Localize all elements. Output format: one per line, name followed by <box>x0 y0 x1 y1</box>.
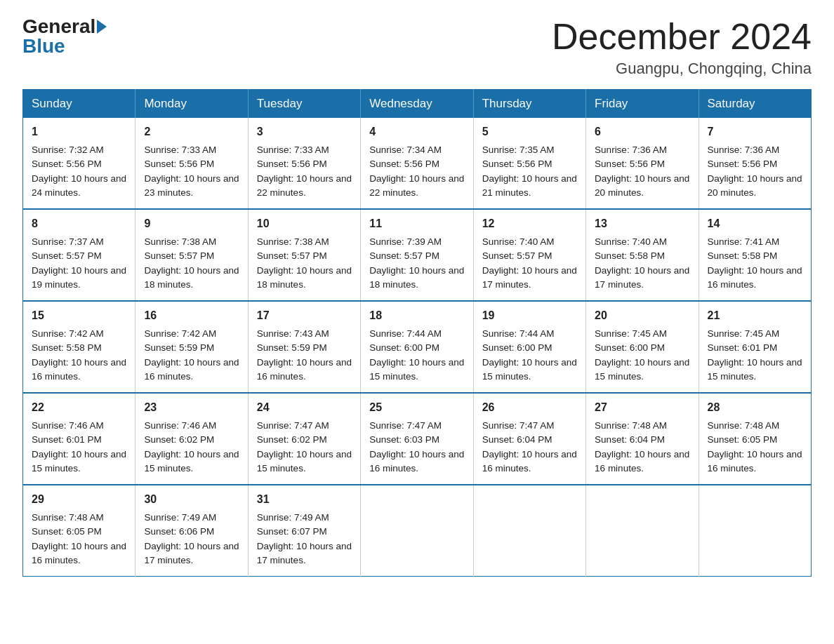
day-number: 6 <box>595 123 689 140</box>
calendar-cell: 6Sunrise: 7:36 AMSunset: 5:56 PMDaylight… <box>586 118 699 209</box>
sunset-text: Sunset: 6:00 PM <box>369 342 439 353</box>
weekday-header-monday: Monday <box>135 90 248 119</box>
daylight-text: Daylight: 10 hours and 22 minutes. <box>257 173 352 198</box>
sunrise-text: Sunrise: 7:38 AM <box>257 236 329 247</box>
day-number: 10 <box>257 215 352 232</box>
daylight-text: Daylight: 10 hours and 16 minutes. <box>32 541 126 565</box>
calendar-cell: 30Sunrise: 7:49 AMSunset: 6:06 PMDayligh… <box>135 485 248 577</box>
calendar-cell: 26Sunrise: 7:47 AMSunset: 6:04 PMDayligh… <box>473 393 585 485</box>
month-year-title: December 2024 <box>552 17 812 57</box>
calendar-week-row: 1Sunrise: 7:32 AMSunset: 5:56 PMDaylight… <box>23 118 812 209</box>
daylight-text: Daylight: 10 hours and 17 minutes. <box>257 541 352 565</box>
calendar-cell: 1Sunrise: 7:32 AMSunset: 5:56 PMDaylight… <box>23 118 135 209</box>
calendar-cell: 8Sunrise: 7:37 AMSunset: 5:57 PMDaylight… <box>23 209 135 301</box>
day-number: 2 <box>144 123 239 140</box>
sunset-text: Sunset: 6:04 PM <box>595 434 665 445</box>
daylight-text: Daylight: 10 hours and 16 minutes. <box>144 357 239 382</box>
daylight-text: Daylight: 10 hours and 16 minutes. <box>32 357 126 382</box>
day-number: 31 <box>257 491 352 508</box>
weekday-header-saturday: Saturday <box>699 90 811 119</box>
sunrise-text: Sunrise: 7:49 AM <box>257 512 329 523</box>
calendar-cell: 17Sunrise: 7:43 AMSunset: 5:59 PMDayligh… <box>248 301 360 393</box>
location-subtitle: Guangpu, Chongqing, China <box>552 60 812 78</box>
sunset-text: Sunset: 6:05 PM <box>708 434 778 445</box>
sunset-text: Sunset: 6:00 PM <box>595 342 665 353</box>
sunset-text: Sunset: 5:59 PM <box>257 342 327 353</box>
calendar-cell <box>473 485 585 577</box>
day-number: 12 <box>482 215 577 232</box>
daylight-text: Daylight: 10 hours and 22 minutes. <box>369 173 464 198</box>
sunrise-text: Sunrise: 7:45 AM <box>595 328 667 339</box>
daylight-text: Daylight: 10 hours and 21 minutes. <box>482 173 577 198</box>
day-number: 16 <box>144 307 239 324</box>
daylight-text: Daylight: 10 hours and 23 minutes. <box>144 173 239 198</box>
sunrise-text: Sunrise: 7:45 AM <box>708 328 780 339</box>
day-number: 8 <box>32 215 126 232</box>
sunrise-text: Sunrise: 7:42 AM <box>32 328 104 339</box>
sunset-text: Sunset: 5:58 PM <box>32 342 102 353</box>
daylight-text: Daylight: 10 hours and 16 minutes. <box>482 449 577 474</box>
daylight-text: Daylight: 10 hours and 15 minutes. <box>144 449 239 474</box>
calendar-cell: 4Sunrise: 7:34 AMSunset: 5:56 PMDaylight… <box>361 118 473 209</box>
day-number: 28 <box>708 399 802 416</box>
calendar-cell: 7Sunrise: 7:36 AMSunset: 5:56 PMDaylight… <box>699 118 811 209</box>
sunrise-text: Sunrise: 7:48 AM <box>32 512 104 523</box>
calendar-cell: 2Sunrise: 7:33 AMSunset: 5:56 PMDaylight… <box>135 118 248 209</box>
sunrise-text: Sunrise: 7:48 AM <box>708 420 780 431</box>
daylight-text: Daylight: 10 hours and 16 minutes. <box>708 265 802 290</box>
sunset-text: Sunset: 6:07 PM <box>257 526 327 537</box>
sunset-text: Sunset: 6:05 PM <box>32 526 102 537</box>
sunrise-text: Sunrise: 7:47 AM <box>369 420 442 431</box>
calendar-cell: 23Sunrise: 7:46 AMSunset: 6:02 PMDayligh… <box>135 393 248 485</box>
sunset-text: Sunset: 5:57 PM <box>369 250 439 261</box>
calendar-cell: 14Sunrise: 7:41 AMSunset: 5:58 PMDayligh… <box>699 209 811 301</box>
sunset-text: Sunset: 5:56 PM <box>482 159 552 169</box>
calendar-cell: 12Sunrise: 7:40 AMSunset: 5:57 PMDayligh… <box>473 209 585 301</box>
sunset-text: Sunset: 5:57 PM <box>482 250 552 261</box>
day-number: 9 <box>144 215 239 232</box>
sunset-text: Sunset: 6:01 PM <box>32 434 102 445</box>
sunrise-text: Sunrise: 7:32 AM <box>32 145 104 155</box>
calendar-cell: 9Sunrise: 7:38 AMSunset: 5:57 PMDaylight… <box>135 209 248 301</box>
sunrise-text: Sunrise: 7:44 AM <box>482 328 555 339</box>
calendar-cell: 28Sunrise: 7:48 AMSunset: 6:05 PMDayligh… <box>699 393 811 485</box>
sunset-text: Sunset: 5:58 PM <box>708 250 778 261</box>
day-number: 21 <box>708 307 802 324</box>
day-number: 23 <box>144 399 239 416</box>
title-block: December 2024 Guangpu, Chongqing, China <box>552 17 812 78</box>
sunrise-text: Sunrise: 7:37 AM <box>32 236 104 247</box>
sunrise-text: Sunrise: 7:38 AM <box>144 236 216 247</box>
day-number: 26 <box>482 399 577 416</box>
calendar-cell: 21Sunrise: 7:45 AMSunset: 6:01 PMDayligh… <box>699 301 811 393</box>
day-number: 25 <box>369 399 464 416</box>
calendar-week-row: 29Sunrise: 7:48 AMSunset: 6:05 PMDayligh… <box>23 485 812 577</box>
daylight-text: Daylight: 10 hours and 16 minutes. <box>257 357 352 382</box>
sunset-text: Sunset: 5:59 PM <box>144 342 214 353</box>
calendar-cell: 11Sunrise: 7:39 AMSunset: 5:57 PMDayligh… <box>361 209 473 301</box>
sunset-text: Sunset: 5:57 PM <box>257 250 327 261</box>
sunrise-text: Sunrise: 7:36 AM <box>595 145 667 155</box>
sunset-text: Sunset: 5:58 PM <box>595 250 665 261</box>
calendar-cell: 19Sunrise: 7:44 AMSunset: 6:00 PMDayligh… <box>473 301 585 393</box>
sunrise-text: Sunrise: 7:40 AM <box>482 236 555 247</box>
sunrise-text: Sunrise: 7:33 AM <box>257 145 329 155</box>
weekday-header-thursday: Thursday <box>473 90 585 119</box>
day-number: 24 <box>257 399 352 416</box>
sunrise-text: Sunrise: 7:46 AM <box>144 420 216 431</box>
daylight-text: Daylight: 10 hours and 15 minutes. <box>257 449 352 474</box>
sunrise-text: Sunrise: 7:44 AM <box>369 328 442 339</box>
calendar-cell: 24Sunrise: 7:47 AMSunset: 6:02 PMDayligh… <box>248 393 360 485</box>
daylight-text: Daylight: 10 hours and 16 minutes. <box>369 449 464 474</box>
daylight-text: Daylight: 10 hours and 15 minutes. <box>482 357 577 382</box>
sunset-text: Sunset: 5:57 PM <box>144 250 214 261</box>
daylight-text: Daylight: 10 hours and 20 minutes. <box>708 173 802 198</box>
sunrise-text: Sunrise: 7:33 AM <box>144 145 216 155</box>
day-number: 13 <box>595 215 689 232</box>
weekday-header-wednesday: Wednesday <box>361 90 473 119</box>
sunrise-text: Sunrise: 7:48 AM <box>595 420 667 431</box>
calendar-cell: 25Sunrise: 7:47 AMSunset: 6:03 PMDayligh… <box>361 393 473 485</box>
calendar-cell: 20Sunrise: 7:45 AMSunset: 6:00 PMDayligh… <box>586 301 699 393</box>
logo-triangle-icon <box>97 20 107 34</box>
day-number: 14 <box>708 215 802 232</box>
daylight-text: Daylight: 10 hours and 15 minutes. <box>595 357 689 382</box>
